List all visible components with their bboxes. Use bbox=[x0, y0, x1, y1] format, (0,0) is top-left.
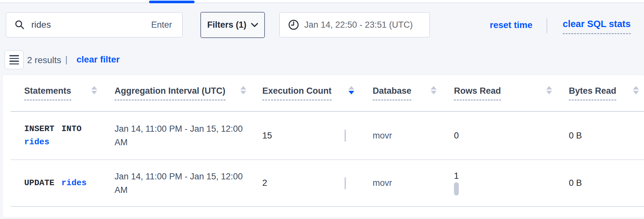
clear-filter-link[interactable]: clear filter bbox=[76, 54, 120, 65]
header-database: Database bbox=[373, 75, 454, 111]
time-range-label: Jan 14, 22:50 - 23:51 (UTC) bbox=[304, 20, 413, 30]
header-execution-count-label[interactable]: Execution Count bbox=[262, 86, 332, 100]
search-icon bbox=[15, 20, 25, 30]
sort-icon-execution-count[interactable] bbox=[348, 86, 354, 94]
statement-cell: UPDATE rides bbox=[24, 160, 115, 206]
bytes-read-cell: 0 B bbox=[569, 112, 644, 159]
statement-search-box[interactable]: Enter bbox=[6, 12, 183, 37]
rows-read-cell: 0 bbox=[454, 112, 569, 159]
results-count: 2 results bbox=[27, 55, 61, 65]
execution-count-cell: 15 bbox=[262, 112, 373, 159]
results-separator: | bbox=[65, 54, 67, 65]
database-cell: movr bbox=[373, 160, 454, 206]
statement-keyword: UPDATE bbox=[24, 178, 55, 188]
sort-icon-statements[interactable] bbox=[91, 86, 97, 94]
rows-read-cell: 1 bbox=[454, 160, 569, 206]
clock-icon bbox=[288, 19, 299, 30]
enter-key-hint: Enter bbox=[149, 20, 174, 30]
database-cell: movr bbox=[373, 112, 454, 159]
table-row: UPDATE rides Jan 14, 11:00 PM - Jan 15, … bbox=[3, 160, 644, 206]
reset-time-link[interactable]: reset time bbox=[490, 20, 532, 30]
table-row: INSERT INTO rides Jan 14, 11:00 PM - Jan… bbox=[3, 112, 644, 159]
execution-count-bar bbox=[345, 129, 346, 142]
menu-lines-icon bbox=[9, 55, 19, 56]
header-execution-count: Execution Count bbox=[262, 75, 373, 111]
sort-icon-rows-read[interactable] bbox=[546, 86, 552, 94]
header-bytes-read-label[interactable]: Bytes Read bbox=[569, 86, 616, 100]
sort-icon-aggregation-interval[interactable] bbox=[240, 86, 246, 94]
statement-table-link[interactable]: rides bbox=[61, 178, 86, 188]
sort-icon-database[interactable] bbox=[431, 86, 437, 94]
active-tab-indicator[interactable] bbox=[149, 1, 195, 3]
filters-button[interactable]: Filters (1) bbox=[200, 12, 265, 38]
column-selector-button[interactable] bbox=[5, 50, 24, 69]
header-aggregation-interval-label[interactable]: Aggregation Interval (UTC) bbox=[115, 86, 226, 100]
search-input[interactable] bbox=[31, 20, 149, 30]
table-header-row: Statements Aggregation Interval (UTC) Ex… bbox=[3, 75, 644, 111]
aggregation-interval-cell: Jan 14, 11:00 PM - Jan 15, 12:00 AM bbox=[115, 112, 262, 159]
chevron-down-icon bbox=[251, 23, 258, 27]
bytes-read-cell: 0 B bbox=[569, 160, 644, 206]
execution-count-bar bbox=[345, 177, 346, 189]
rows-read-bar bbox=[454, 182, 459, 195]
row-divider bbox=[11, 206, 644, 207]
statement-cell: INSERT INTO rides bbox=[24, 112, 115, 159]
aggregation-interval-cell: Jan 14, 11:00 PM - Jan 15, 12:00 AM bbox=[115, 160, 262, 206]
header-database-label[interactable]: Database bbox=[373, 86, 411, 100]
statement-table-link[interactable]: rides bbox=[24, 137, 49, 147]
header-statements: Statements bbox=[24, 75, 115, 111]
sort-icon-bytes-read[interactable] bbox=[633, 86, 639, 94]
header-aggregation-interval: Aggregation Interval (UTC) bbox=[115, 75, 262, 111]
header-statements-label[interactable]: Statements bbox=[24, 86, 71, 100]
filters-button-label: Filters (1) bbox=[207, 20, 247, 30]
tab-bar bbox=[0, 0, 644, 3]
statements-table-card: Statements Aggregation Interval (UTC) Ex… bbox=[3, 75, 644, 217]
header-rows-read: Rows Read bbox=[454, 75, 569, 111]
toolbar-divider bbox=[547, 18, 547, 33]
clear-sql-stats-link[interactable]: clear SQL stats bbox=[563, 19, 631, 34]
header-rows-read-label[interactable]: Rows Read bbox=[454, 86, 501, 100]
execution-count-cell: 2 bbox=[262, 160, 373, 206]
header-bytes-read: Bytes Read bbox=[569, 75, 644, 111]
statement-keyword: INSERT INTO bbox=[24, 124, 82, 134]
time-range-picker[interactable]: Jan 14, 22:50 - 23:51 (UTC) bbox=[279, 12, 430, 37]
